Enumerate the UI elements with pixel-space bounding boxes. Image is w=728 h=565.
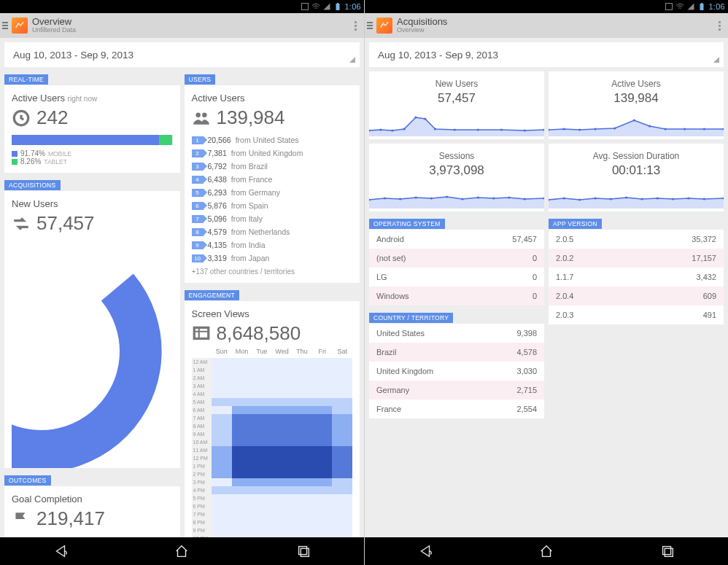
stat-label: Sessions [369, 151, 544, 161]
android-nav-bar [365, 537, 728, 565]
clock-icon [12, 109, 31, 128]
sparkline-chart [369, 182, 544, 209]
country-row: 65,876from Spain [192, 199, 353, 212]
goal-completion-value: 219,417 [36, 507, 105, 530]
svg-point-42 [461, 198, 463, 200]
menu-icon[interactable] [365, 22, 375, 29]
table-row: Android57,457 [369, 230, 544, 249]
country-table[interactable]: United States9,398Brazil4,578United King… [369, 324, 544, 418]
outcomes-card[interactable]: Goal Completion 219,417 [4, 486, 180, 537]
svg-point-34 [703, 128, 705, 130]
exchange-arrows-icon [12, 214, 31, 233]
date-range-picker[interactable]: Aug 10, 2013 - Sep 9, 2013 [4, 42, 360, 67]
acquisitions-card[interactable]: New Users 57,457 [4, 191, 180, 468]
svg-point-32 [664, 128, 666, 130]
svg-point-55 [657, 197, 659, 199]
date-range-label: Aug 10, 2013 - Sep 9, 2013 [378, 50, 498, 61]
svg-point-49 [563, 197, 565, 199]
svg-rect-8 [298, 547, 306, 555]
legend-row: 8.26%TABLET [12, 157, 173, 165]
country-row: 27,381from United Kingdom [192, 147, 353, 160]
svg-rect-1 [336, 4, 340, 10]
svg-rect-12 [701, 3, 702, 4]
table-row: United Kingdom3,030 [369, 362, 544, 381]
country-row: 84,579from Netherlands [192, 225, 353, 238]
svg-point-51 [594, 197, 596, 199]
svg-point-5 [195, 112, 201, 117]
dropdown-triangle-icon [349, 57, 355, 63]
svg-point-4 [12, 235, 172, 468]
recent-nav-icon[interactable] [295, 543, 311, 559]
users-icon [192, 109, 211, 128]
svg-point-15 [391, 129, 393, 131]
svg-point-14 [379, 128, 382, 130]
phone-acquisitions: 1:06 Acquisitions Overview Aug 10, 2013 … [364, 0, 728, 565]
realtime-badge: REAL-TIME [4, 74, 48, 85]
svg-point-46 [524, 198, 526, 200]
back-nav-icon[interactable] [417, 543, 433, 559]
recent-nav-icon[interactable] [659, 543, 675, 559]
overflow-menu-icon[interactable] [713, 21, 725, 31]
dropdown-triangle-icon [713, 57, 719, 63]
os-badge: OPERATING SYSTEM [369, 219, 445, 229]
table-row: Windows0 [369, 287, 544, 305]
svg-point-57 [687, 197, 689, 199]
flag-icon [12, 510, 31, 529]
date-range-picker[interactable]: Aug 10, 2013 - Sep 9, 2013 [369, 42, 724, 67]
svg-point-23 [524, 129, 526, 131]
table-row: LG0 [369, 268, 544, 287]
stat-card[interactable]: Avg. Session Duration 00:01:13 [549, 144, 724, 211]
country-row: 120,566from United States [192, 133, 353, 147]
device-split-bar [12, 135, 173, 145]
svg-point-26 [563, 128, 565, 130]
os-table[interactable]: Android57,457(not set)0LG0Windows0 [369, 230, 544, 305]
back-nav-icon[interactable] [53, 543, 69, 559]
screen-views-card[interactable]: Screen Views 8,648,580 SunMonTueWedThuFr… [185, 301, 360, 537]
home-nav-icon[interactable] [174, 543, 190, 559]
signal-icon [686, 2, 695, 11]
action-bar: Acquisitions Overview [365, 13, 728, 38]
status-clock: 1:06 [708, 2, 725, 11]
svg-rect-10 [666, 4, 673, 10]
stat-card[interactable]: Active Users 139,984 [549, 71, 724, 139]
analytics-app-icon [376, 17, 392, 34]
table-row: France2,554 [369, 400, 544, 418]
svg-point-37 [384, 197, 386, 199]
svg-point-6 [202, 112, 207, 117]
page-title: Acquisitions [397, 17, 713, 27]
status-bar: 1:06 [365, 0, 728, 13]
stat-card[interactable]: New Users 57,457 [369, 71, 544, 139]
svg-point-20 [454, 128, 456, 130]
active-users-card[interactable]: Active Users 139,984 120,566from United … [185, 85, 360, 283]
stat-card[interactable]: Sessions 3,973,098 [369, 144, 544, 211]
overflow-menu-icon[interactable] [349, 21, 361, 31]
analytics-app-icon [12, 17, 28, 34]
appver-table[interactable]: 2.0.535,3722.0.217,1571.1.73,4322.0.4609… [549, 230, 724, 324]
svg-rect-2 [337, 3, 338, 4]
engagement-badge: ENGAGEMENT [185, 290, 239, 300]
menu-icon[interactable] [0, 22, 10, 29]
svg-point-17 [414, 116, 417, 118]
stat-value: 3,973,098 [369, 163, 544, 178]
date-range-label: Aug 10, 2013 - Sep 9, 2013 [13, 50, 133, 61]
users-badge: USERS [185, 74, 216, 85]
svg-rect-61 [665, 548, 673, 556]
screenshot-icon [301, 2, 309, 11]
table-row: Brazil4,578 [369, 343, 544, 362]
svg-point-31 [648, 125, 651, 127]
svg-rect-0 [302, 4, 309, 10]
screen-icon [192, 324, 211, 343]
stat-label: Active Users [549, 79, 724, 89]
stat-label: New Users [369, 79, 544, 89]
country-row: 36,792from Brazil [192, 160, 353, 173]
action-bar: Overview Unfiltered Data [0, 13, 364, 38]
sparkline-chart [549, 110, 724, 136]
heatmap: SunMonTueWedThuFriSat12 AM1 AM2 AM3 AM4 … [192, 345, 353, 537]
svg-point-39 [414, 196, 417, 198]
table-row: 2.0.217,157 [549, 249, 724, 268]
svg-point-21 [477, 128, 479, 130]
svg-rect-11 [700, 4, 704, 10]
home-nav-icon[interactable] [538, 543, 554, 559]
table-row: 1.1.73,432 [549, 268, 724, 287]
realtime-card[interactable]: Active Users right now 242 91.74%MOBILE8… [4, 85, 180, 173]
